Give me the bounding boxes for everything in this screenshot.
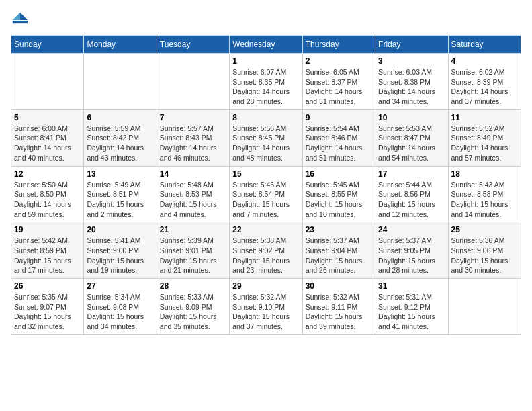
calendar-day-cell: 4Sunrise: 6:02 AM Sunset: 8:39 PM Daylig… bbox=[448, 54, 521, 110]
day-number: 17 bbox=[378, 169, 445, 179]
calendar-day-cell: 2Sunrise: 6:05 AM Sunset: 8:37 PM Daylig… bbox=[302, 54, 375, 110]
calendar-day-cell: 26Sunrise: 5:35 AM Sunset: 9:07 PM Dayli… bbox=[11, 279, 84, 335]
calendar-day-cell: 17Sunrise: 5:44 AM Sunset: 8:56 PM Dayli… bbox=[375, 166, 448, 222]
day-number: 12 bbox=[14, 169, 81, 179]
calendar-day-cell: 29Sunrise: 5:32 AM Sunset: 9:10 PM Dayli… bbox=[230, 279, 302, 335]
logo-icon bbox=[11, 11, 30, 30]
day-info: Sunrise: 5:41 AM Sunset: 9:00 PM Dayligh… bbox=[87, 236, 153, 275]
calendar-day-cell: 16Sunrise: 5:45 AM Sunset: 8:55 PM Dayli… bbox=[302, 166, 375, 222]
day-info: Sunrise: 6:02 AM Sunset: 8:39 PM Dayligh… bbox=[451, 67, 518, 107]
day-number: 27 bbox=[87, 281, 153, 291]
calendar-week-row: 1Sunrise: 6:07 AM Sunset: 8:35 PM Daylig… bbox=[11, 54, 521, 110]
weekday-header: Saturday bbox=[448, 36, 521, 54]
day-number: 16 bbox=[306, 169, 372, 179]
weekday-header: Sunday bbox=[11, 36, 84, 54]
day-info: Sunrise: 5:37 AM Sunset: 9:04 PM Dayligh… bbox=[306, 236, 372, 275]
day-info: Sunrise: 5:33 AM Sunset: 9:09 PM Dayligh… bbox=[160, 292, 226, 332]
day-number: 30 bbox=[306, 281, 372, 291]
day-info: Sunrise: 5:44 AM Sunset: 8:56 PM Dayligh… bbox=[378, 180, 445, 220]
day-number: 31 bbox=[378, 281, 445, 291]
day-number: 8 bbox=[232, 113, 299, 122]
calendar-day-cell bbox=[448, 279, 521, 335]
day-info: Sunrise: 5:46 AM Sunset: 8:54 PM Dayligh… bbox=[232, 180, 299, 220]
day-info: Sunrise: 5:38 AM Sunset: 9:02 PM Dayligh… bbox=[232, 236, 299, 275]
calendar-day-cell: 11Sunrise: 5:52 AM Sunset: 8:49 PM Dayli… bbox=[448, 109, 521, 166]
calendar-day-cell: 5Sunrise: 6:00 AM Sunset: 8:41 PM Daylig… bbox=[11, 109, 84, 166]
svg-rect-2 bbox=[13, 21, 28, 23]
weekday-header: Wednesday bbox=[230, 36, 302, 54]
weekday-header: Monday bbox=[84, 36, 157, 54]
day-number: 2 bbox=[306, 56, 372, 66]
day-info: Sunrise: 5:39 AM Sunset: 9:01 PM Dayligh… bbox=[160, 236, 226, 275]
day-info: Sunrise: 5:59 AM Sunset: 8:42 PM Dayligh… bbox=[87, 124, 153, 163]
day-info: Sunrise: 5:35 AM Sunset: 9:07 PM Dayligh… bbox=[14, 292, 81, 332]
day-info: Sunrise: 5:42 AM Sunset: 8:59 PM Dayligh… bbox=[14, 236, 81, 275]
day-number: 5 bbox=[14, 113, 81, 122]
calendar-day-cell: 18Sunrise: 5:43 AM Sunset: 8:58 PM Dayli… bbox=[448, 166, 521, 222]
calendar-day-cell: 14Sunrise: 5:48 AM Sunset: 8:53 PM Dayli… bbox=[157, 166, 229, 222]
calendar-day-cell: 28Sunrise: 5:33 AM Sunset: 9:09 PM Dayli… bbox=[157, 279, 229, 335]
day-info: Sunrise: 6:03 AM Sunset: 8:38 PM Dayligh… bbox=[378, 67, 445, 107]
day-number: 4 bbox=[451, 56, 518, 66]
day-info: Sunrise: 5:37 AM Sunset: 9:05 PM Dayligh… bbox=[378, 236, 445, 275]
day-info: Sunrise: 5:36 AM Sunset: 9:06 PM Dayligh… bbox=[451, 236, 518, 275]
day-info: Sunrise: 6:05 AM Sunset: 8:37 PM Dayligh… bbox=[306, 67, 372, 107]
day-number: 28 bbox=[160, 281, 226, 291]
day-number: 6 bbox=[87, 113, 153, 122]
calendar-table: SundayMondayTuesdayWednesdayThursdayFrid… bbox=[11, 35, 521, 335]
day-number: 11 bbox=[451, 113, 518, 122]
calendar-day-cell: 10Sunrise: 5:53 AM Sunset: 8:47 PM Dayli… bbox=[375, 109, 448, 166]
day-number: 18 bbox=[451, 169, 518, 179]
day-number: 9 bbox=[306, 113, 372, 122]
calendar-week-row: 19Sunrise: 5:42 AM Sunset: 8:59 PM Dayli… bbox=[11, 222, 521, 279]
calendar-day-cell: 3Sunrise: 6:03 AM Sunset: 8:38 PM Daylig… bbox=[375, 54, 448, 110]
day-number: 3 bbox=[378, 56, 445, 66]
day-info: Sunrise: 5:53 AM Sunset: 8:47 PM Dayligh… bbox=[378, 124, 445, 163]
calendar-day-cell: 7Sunrise: 5:57 AM Sunset: 8:43 PM Daylig… bbox=[157, 109, 229, 166]
day-info: Sunrise: 5:54 AM Sunset: 8:46 PM Dayligh… bbox=[306, 124, 372, 163]
day-number: 26 bbox=[14, 281, 81, 291]
day-info: Sunrise: 6:07 AM Sunset: 8:35 PM Dayligh… bbox=[232, 67, 299, 107]
logo bbox=[11, 11, 32, 30]
day-info: Sunrise: 5:45 AM Sunset: 8:55 PM Dayligh… bbox=[306, 180, 372, 220]
day-info: Sunrise: 5:31 AM Sunset: 9:12 PM Dayligh… bbox=[378, 292, 445, 332]
calendar-day-cell: 23Sunrise: 5:37 AM Sunset: 9:04 PM Dayli… bbox=[302, 222, 375, 279]
calendar-day-cell: 22Sunrise: 5:38 AM Sunset: 9:02 PM Dayli… bbox=[230, 222, 302, 279]
calendar-week-row: 5Sunrise: 6:00 AM Sunset: 8:41 PM Daylig… bbox=[11, 109, 521, 166]
day-number: 13 bbox=[87, 169, 153, 179]
day-number: 24 bbox=[378, 225, 445, 234]
day-number: 15 bbox=[232, 169, 299, 179]
day-number: 20 bbox=[87, 225, 153, 234]
svg-marker-0 bbox=[20, 13, 28, 20]
day-info: Sunrise: 5:57 AM Sunset: 8:43 PM Dayligh… bbox=[160, 124, 226, 163]
calendar-day-cell: 12Sunrise: 5:50 AM Sunset: 8:50 PM Dayli… bbox=[11, 166, 84, 222]
calendar-day-cell bbox=[84, 54, 157, 110]
day-info: Sunrise: 5:52 AM Sunset: 8:49 PM Dayligh… bbox=[451, 124, 518, 163]
weekday-header: Friday bbox=[375, 36, 448, 54]
weekday-header-row: SundayMondayTuesdayWednesdayThursdayFrid… bbox=[11, 36, 521, 54]
day-number: 29 bbox=[232, 281, 299, 291]
day-number: 23 bbox=[306, 225, 372, 234]
page-header bbox=[11, 11, 521, 30]
weekday-header: Thursday bbox=[302, 36, 375, 54]
svg-marker-1 bbox=[13, 13, 20, 20]
calendar-day-cell: 30Sunrise: 5:32 AM Sunset: 9:11 PM Dayli… bbox=[302, 279, 375, 335]
calendar-day-cell bbox=[157, 54, 229, 110]
calendar-day-cell bbox=[11, 54, 84, 110]
calendar-day-cell: 9Sunrise: 5:54 AM Sunset: 8:46 PM Daylig… bbox=[302, 109, 375, 166]
day-info: Sunrise: 5:34 AM Sunset: 9:08 PM Dayligh… bbox=[87, 292, 153, 332]
weekday-header: Tuesday bbox=[157, 36, 229, 54]
day-info: Sunrise: 5:32 AM Sunset: 9:10 PM Dayligh… bbox=[232, 292, 299, 332]
day-info: Sunrise: 5:49 AM Sunset: 8:51 PM Dayligh… bbox=[87, 180, 153, 220]
calendar-day-cell: 1Sunrise: 6:07 AM Sunset: 8:35 PM Daylig… bbox=[230, 54, 302, 110]
calendar-day-cell: 25Sunrise: 5:36 AM Sunset: 9:06 PM Dayli… bbox=[448, 222, 521, 279]
day-info: Sunrise: 6:00 AM Sunset: 8:41 PM Dayligh… bbox=[14, 124, 81, 163]
day-number: 10 bbox=[378, 113, 445, 122]
calendar-week-row: 26Sunrise: 5:35 AM Sunset: 9:07 PM Dayli… bbox=[11, 279, 521, 335]
day-number: 21 bbox=[160, 225, 226, 234]
day-number: 7 bbox=[160, 113, 226, 122]
day-info: Sunrise: 5:48 AM Sunset: 8:53 PM Dayligh… bbox=[160, 180, 226, 220]
day-info: Sunrise: 5:43 AM Sunset: 8:58 PM Dayligh… bbox=[451, 180, 518, 220]
day-number: 14 bbox=[160, 169, 226, 179]
calendar-day-cell: 24Sunrise: 5:37 AM Sunset: 9:05 PM Dayli… bbox=[375, 222, 448, 279]
